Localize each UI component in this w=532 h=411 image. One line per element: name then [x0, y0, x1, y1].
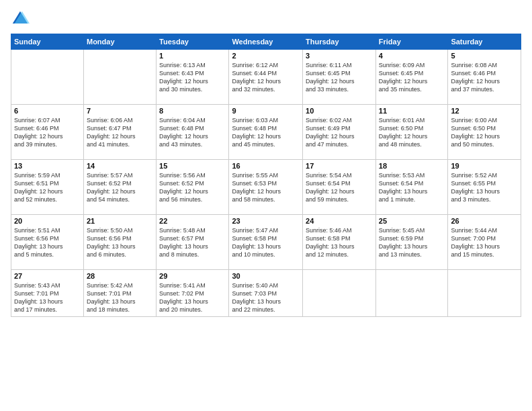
table-row: 21Sunrise: 5:50 AM Sunset: 6:56 PM Dayli…	[83, 215, 156, 270]
table-row: 11Sunrise: 6:01 AM Sunset: 6:50 PM Dayli…	[375, 105, 448, 160]
day-number: 16	[232, 162, 300, 170]
day-number: 10	[306, 107, 373, 115]
day-info: Sunrise: 6:07 AM Sunset: 6:46 PM Dayligh…	[14, 116, 81, 149]
table-row: 23Sunrise: 5:47 AM Sunset: 6:58 PM Dayli…	[229, 215, 303, 270]
table-row	[11, 50, 84, 105]
col-saturday: Saturday	[448, 34, 521, 50]
calendar-week-row: 6Sunrise: 6:07 AM Sunset: 6:46 PM Daylig…	[11, 105, 521, 160]
calendar-week-row: 1Sunrise: 6:13 AM Sunset: 6:43 PM Daylig…	[11, 50, 521, 105]
day-number: 8	[159, 107, 226, 115]
day-info: Sunrise: 6:08 AM Sunset: 6:46 PM Dayligh…	[451, 61, 518, 94]
day-info: Sunrise: 5:52 AM Sunset: 6:55 PM Dayligh…	[451, 171, 518, 204]
day-info: Sunrise: 6:03 AM Sunset: 6:48 PM Dayligh…	[232, 116, 300, 149]
day-info: Sunrise: 5:48 AM Sunset: 6:57 PM Dayligh…	[159, 226, 226, 259]
table-row: 22Sunrise: 5:48 AM Sunset: 6:57 PM Dayli…	[157, 215, 229, 270]
table-row: 14Sunrise: 5:57 AM Sunset: 6:52 PM Dayli…	[83, 160, 156, 215]
day-info: Sunrise: 5:53 AM Sunset: 6:54 PM Dayligh…	[379, 171, 445, 204]
calendar-week-row: 13Sunrise: 5:59 AM Sunset: 6:51 PM Dayli…	[11, 160, 521, 215]
day-number: 15	[159, 162, 226, 170]
day-info: Sunrise: 6:00 AM Sunset: 6:50 PM Dayligh…	[451, 116, 518, 149]
day-number: 25	[379, 217, 445, 225]
day-info: Sunrise: 6:06 AM Sunset: 6:47 PM Dayligh…	[87, 116, 153, 149]
day-number: 14	[87, 162, 153, 170]
table-row: 3Sunrise: 6:11 AM Sunset: 6:45 PM Daylig…	[303, 50, 376, 105]
day-info: Sunrise: 5:42 AM Sunset: 7:01 PM Dayligh…	[87, 281, 153, 314]
day-number: 26	[451, 217, 518, 225]
table-row: 16Sunrise: 5:55 AM Sunset: 6:53 PM Dayli…	[229, 160, 303, 215]
day-info: Sunrise: 5:54 AM Sunset: 6:54 PM Dayligh…	[306, 171, 373, 204]
day-number: 30	[232, 272, 300, 280]
day-number: 4	[379, 52, 445, 60]
table-row: 9Sunrise: 6:03 AM Sunset: 6:48 PM Daylig…	[229, 105, 303, 160]
table-row: 19Sunrise: 5:52 AM Sunset: 6:55 PM Dayli…	[448, 160, 521, 215]
table-row: 25Sunrise: 5:45 AM Sunset: 6:59 PM Dayli…	[375, 215, 448, 270]
day-info: Sunrise: 5:41 AM Sunset: 7:02 PM Dayligh…	[159, 281, 226, 314]
day-info: Sunrise: 6:09 AM Sunset: 6:45 PM Dayligh…	[379, 61, 445, 94]
day-number: 19	[451, 162, 518, 170]
table-row: 8Sunrise: 6:04 AM Sunset: 6:48 PM Daylig…	[157, 105, 229, 160]
day-number: 29	[159, 272, 226, 280]
day-number: 21	[87, 217, 153, 225]
day-number: 20	[14, 217, 81, 225]
day-info: Sunrise: 6:13 AM Sunset: 6:43 PM Dayligh…	[159, 61, 226, 94]
day-number: 23	[232, 217, 300, 225]
day-info: Sunrise: 5:43 AM Sunset: 7:01 PM Dayligh…	[14, 281, 81, 314]
table-row	[448, 270, 521, 317]
day-number: 12	[451, 107, 518, 115]
day-number: 17	[306, 162, 373, 170]
day-number: 6	[14, 107, 81, 115]
calendar-week-row: 20Sunrise: 5:51 AM Sunset: 6:56 PM Dayli…	[11, 215, 521, 270]
day-info: Sunrise: 5:57 AM Sunset: 6:52 PM Dayligh…	[87, 171, 153, 204]
col-monday: Monday	[83, 34, 156, 50]
day-info: Sunrise: 5:44 AM Sunset: 7:00 PM Dayligh…	[451, 226, 518, 259]
table-row: 2Sunrise: 6:12 AM Sunset: 6:44 PM Daylig…	[229, 50, 303, 105]
col-wednesday: Wednesday	[229, 34, 303, 50]
table-row	[375, 270, 448, 317]
day-info: Sunrise: 5:45 AM Sunset: 6:59 PM Dayligh…	[379, 226, 445, 259]
table-row: 10Sunrise: 6:02 AM Sunset: 6:49 PM Dayli…	[303, 105, 376, 160]
table-row	[303, 270, 376, 317]
logo-icon	[11, 9, 30, 28]
table-row: 13Sunrise: 5:59 AM Sunset: 6:51 PM Dayli…	[11, 160, 84, 215]
calendar-header-row: Sunday Monday Tuesday Wednesday Thursday…	[11, 34, 521, 50]
table-row: 27Sunrise: 5:43 AM Sunset: 7:01 PM Dayli…	[11, 270, 84, 317]
logo	[11, 9, 32, 28]
day-info: Sunrise: 6:11 AM Sunset: 6:45 PM Dayligh…	[306, 61, 373, 94]
header	[11, 9, 521, 28]
page-container: Sunday Monday Tuesday Wednesday Thursday…	[0, 0, 532, 324]
day-info: Sunrise: 6:01 AM Sunset: 6:50 PM Dayligh…	[379, 116, 445, 149]
day-info: Sunrise: 5:59 AM Sunset: 6:51 PM Dayligh…	[14, 171, 81, 204]
col-tuesday: Tuesday	[157, 34, 229, 50]
table-row: 20Sunrise: 5:51 AM Sunset: 6:56 PM Dayli…	[11, 215, 84, 270]
day-number: 24	[306, 217, 373, 225]
day-number: 28	[87, 272, 153, 280]
day-number: 13	[14, 162, 81, 170]
col-friday: Friday	[375, 34, 448, 50]
table-row: 4Sunrise: 6:09 AM Sunset: 6:45 PM Daylig…	[375, 50, 448, 105]
table-row: 15Sunrise: 5:56 AM Sunset: 6:52 PM Dayli…	[157, 160, 229, 215]
table-row: 29Sunrise: 5:41 AM Sunset: 7:02 PM Dayli…	[157, 270, 229, 317]
table-row: 28Sunrise: 5:42 AM Sunset: 7:01 PM Dayli…	[83, 270, 156, 317]
day-number: 7	[87, 107, 153, 115]
day-info: Sunrise: 5:51 AM Sunset: 6:56 PM Dayligh…	[14, 226, 81, 259]
col-thursday: Thursday	[303, 34, 376, 50]
table-row: 12Sunrise: 6:00 AM Sunset: 6:50 PM Dayli…	[448, 105, 521, 160]
calendar-table: Sunday Monday Tuesday Wednesday Thursday…	[11, 34, 521, 317]
day-number: 3	[306, 52, 373, 60]
day-number: 11	[379, 107, 445, 115]
day-number: 18	[379, 162, 445, 170]
day-info: Sunrise: 5:40 AM Sunset: 7:03 PM Dayligh…	[232, 281, 300, 314]
day-number: 22	[159, 217, 226, 225]
table-row: 5Sunrise: 6:08 AM Sunset: 6:46 PM Daylig…	[448, 50, 521, 105]
day-info: Sunrise: 5:56 AM Sunset: 6:52 PM Dayligh…	[159, 171, 226, 204]
day-info: Sunrise: 5:55 AM Sunset: 6:53 PM Dayligh…	[232, 171, 300, 204]
table-row: 1Sunrise: 6:13 AM Sunset: 6:43 PM Daylig…	[157, 50, 229, 105]
day-number: 5	[451, 52, 518, 60]
day-number: 2	[232, 52, 300, 60]
day-info: Sunrise: 6:04 AM Sunset: 6:48 PM Dayligh…	[159, 116, 226, 149]
day-number: 27	[14, 272, 81, 280]
table-row: 7Sunrise: 6:06 AM Sunset: 6:47 PM Daylig…	[83, 105, 156, 160]
table-row	[83, 50, 156, 105]
day-number: 1	[159, 52, 226, 60]
table-row: 17Sunrise: 5:54 AM Sunset: 6:54 PM Dayli…	[303, 160, 376, 215]
